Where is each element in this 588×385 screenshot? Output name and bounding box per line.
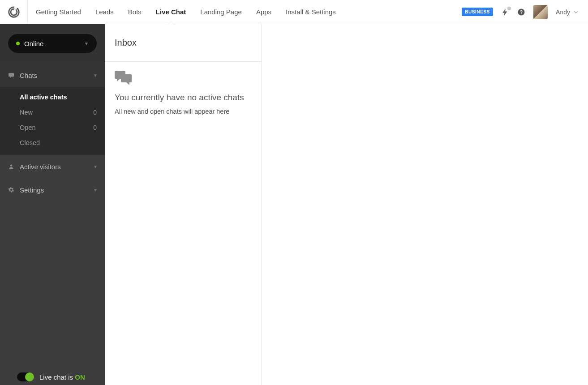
nav-label: Install & Settings: [286, 8, 336, 16]
sidebar-item-closed[interactable]: Closed: [0, 135, 105, 150]
section-title: Chats: [20, 72, 93, 79]
nav-leads[interactable]: Leads: [95, 0, 114, 24]
toggle-knob-icon: [25, 372, 34, 381]
inbox-panel: Inbox You currently have no active chats…: [105, 24, 262, 385]
sidebar-item-open[interactable]: Open 0: [0, 120, 105, 135]
avatar[interactable]: [533, 5, 548, 19]
main-nav: Getting Started Leads Bots Live Chat Lan…: [28, 0, 462, 24]
sidebar-item-all-active[interactable]: All active chats: [0, 90, 105, 105]
header-right: BUSINESS ? Andy: [462, 0, 588, 24]
empty-subtitle: All new and open chats will appear here: [115, 108, 251, 115]
nav-install-settings[interactable]: Install & Settings: [286, 0, 336, 24]
nav-live-chat[interactable]: Live Chat: [156, 0, 186, 24]
chevron-down-icon: ▼: [84, 41, 89, 46]
livechat-toggle[interactable]: [17, 372, 34, 381]
logo[interactable]: [0, 0, 28, 24]
nav-label: Live Chat: [156, 8, 186, 16]
nav-apps[interactable]: Apps: [256, 0, 271, 24]
nav-label: Landing Page: [200, 8, 242, 16]
nav-label: Getting Started: [36, 8, 81, 16]
sidebar-item-new[interactable]: New 0: [0, 105, 105, 120]
status-label: Online: [24, 40, 43, 47]
chevron-down-icon: [574, 9, 578, 16]
chat-icon: [7, 72, 15, 79]
svg-rect-2: [9, 73, 14, 77]
notifications-button[interactable]: [501, 8, 509, 16]
conversation-area: [262, 24, 588, 385]
sidebar-section-chats[interactable]: Chats ▼: [0, 64, 105, 87]
sidebar-chats-submenu: All active chats New 0 Open 0 Closed: [0, 87, 105, 155]
nav-getting-started[interactable]: Getting Started: [36, 0, 81, 24]
user-name: Andy: [556, 9, 570, 16]
inbox-title: Inbox: [105, 24, 261, 62]
livechat-status-text: Live chat is ON: [39, 373, 85, 381]
sidebar-bottom: Live chat is ON: [0, 368, 105, 385]
sidebar-item-count: 0: [93, 124, 97, 131]
inbox-body: You currently have no active chats All n…: [105, 62, 261, 124]
section-title: Active visitors: [20, 163, 93, 171]
sidebar: Online ▼ Chats ▼ All active chats New 0 …: [0, 24, 105, 385]
section-title: Settings: [20, 186, 93, 194]
chevron-down-icon: ▼: [93, 188, 98, 192]
nav-label: Apps: [256, 8, 271, 16]
livechat-on: ON: [75, 373, 85, 381]
top-header: Getting Started Leads Bots Live Chat Lan…: [0, 0, 588, 24]
svg-text:?: ?: [520, 9, 523, 14]
status-selector[interactable]: Online ▼: [8, 34, 97, 53]
sidebar-item-count: 0: [93, 109, 97, 116]
status-dot-icon: [16, 42, 20, 45]
svg-rect-5: [121, 74, 132, 82]
livechat-prefix: Live chat is: [39, 373, 75, 381]
sidebar-item-label: New: [20, 109, 93, 116]
nav-label: Bots: [128, 8, 142, 16]
logo-icon: [8, 6, 20, 18]
nav-bots[interactable]: Bots: [128, 0, 142, 24]
body-layout: Online ▼ Chats ▼ All active chats New 0 …: [0, 24, 588, 385]
chevron-down-icon: ▼: [93, 164, 98, 169]
help-icon: ?: [517, 8, 525, 16]
chevron-down-icon: ▼: [93, 73, 98, 78]
plan-badge[interactable]: BUSINESS: [462, 8, 493, 16]
notification-dot-icon: [507, 7, 511, 10]
empty-chats-icon: [115, 71, 251, 87]
sidebar-section-visitors[interactable]: Active visitors ▼: [0, 155, 105, 178]
sidebar-section-settings[interactable]: Settings ▼: [0, 178, 105, 201]
help-button[interactable]: ?: [517, 8, 525, 16]
status-wrap: Online ▼: [0, 24, 105, 64]
sidebar-item-label: All active chats: [20, 94, 97, 101]
svg-point-3: [10, 164, 13, 167]
gear-icon: [7, 187, 15, 193]
nav-active-pointer-icon: [167, 21, 175, 25]
sidebar-item-label: Closed: [20, 139, 97, 146]
nav-landing-page[interactable]: Landing Page: [200, 0, 242, 24]
empty-title: You currently have no active chats: [115, 93, 251, 103]
person-icon: [7, 163, 15, 170]
user-menu[interactable]: Andy: [556, 9, 578, 16]
sidebar-item-label: Open: [20, 124, 93, 131]
nav-label: Leads: [95, 8, 114, 16]
